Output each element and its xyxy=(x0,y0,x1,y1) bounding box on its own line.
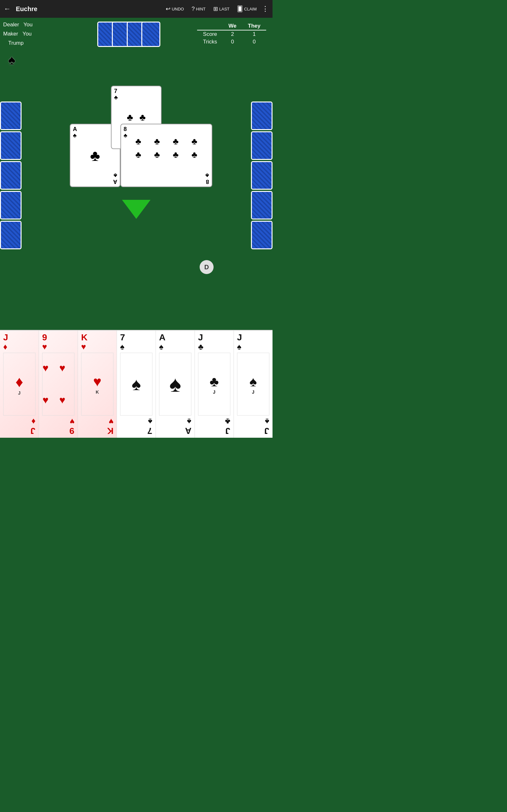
card-suit: ♠ xyxy=(159,343,164,351)
left-card-2 xyxy=(0,131,21,160)
hand-card-ace-spades[interactable]: A ♠ ♠ A ♠ xyxy=(156,331,195,438)
hand-card-nine-hearts[interactable]: 9 ♥ ♥ ♥ ♥ ♥ 9 ♥ xyxy=(39,331,78,438)
card-face: ♣ J xyxy=(198,353,230,415)
dealer-badge: D xyxy=(200,260,214,274)
card-rank-br: J xyxy=(225,426,230,435)
right-card-1 xyxy=(251,101,273,130)
game-info-left: Dealer You Maker You Trump ♠ xyxy=(3,20,33,71)
card-rank: 9 xyxy=(42,333,47,342)
we-header: We xyxy=(223,22,242,30)
they-score: 1 xyxy=(242,30,266,38)
card-suit: ♥ xyxy=(81,343,86,351)
card-rank: K xyxy=(81,333,88,342)
right-card-3 xyxy=(251,161,273,190)
dealer-value: You xyxy=(23,21,33,28)
score-table: We They Score 2 1 Tricks 0 0 xyxy=(197,22,266,46)
card-rank-br: 7 xyxy=(147,426,153,435)
deck-top xyxy=(103,21,170,47)
card-suit-br: ♥ xyxy=(109,417,113,426)
we-tricks: 0 xyxy=(223,38,242,46)
hand-card-jack-spades[interactable]: J ♠ ♠ J J ♠ xyxy=(234,331,273,438)
card-rank-tl: 8 xyxy=(124,126,127,133)
card-suit: ♥ xyxy=(42,343,47,351)
card-suit-br: ♦ xyxy=(32,417,36,426)
dealer-label: Dealer xyxy=(3,21,19,28)
card-suit: ♣ xyxy=(198,343,204,351)
player-hand: J ♦ ♦ J J ♦ 9 ♥ ♥ ♥ ♥ ♥ 9 ♥ K ♥ ♥ K K ♥ … xyxy=(0,330,273,438)
card-suit-br: ♣ xyxy=(205,172,209,178)
right-card-5 xyxy=(251,221,273,249)
we-score: 2 xyxy=(223,30,242,38)
top-bar: ← Euchre ↩ UNDO ? HINT ⊞ LAST 🂠 CLAIM ⋮ xyxy=(0,0,273,18)
tricks-label: Tricks xyxy=(197,38,223,46)
card-suit-br: ♣ xyxy=(225,417,230,426)
right-card-2 xyxy=(251,131,273,160)
more-button[interactable]: ⋮ xyxy=(262,5,269,13)
left-opponent-cards xyxy=(0,101,21,249)
played-card-8-clubs: 8 ♣ ♣♣♣♣ ♣♣♣♣ 8 ♣ xyxy=(120,124,212,187)
hand-card-seven-spades[interactable]: 7 ♠ ♠ 7 ♠ xyxy=(117,331,156,438)
back-button[interactable]: ← xyxy=(4,5,11,13)
last-icon: ⊞ xyxy=(213,5,218,12)
left-card-1 xyxy=(0,101,21,130)
deck-card xyxy=(141,21,160,47)
card-suit-br: ♠ xyxy=(187,417,191,426)
card-suit: ♦ xyxy=(3,343,7,351)
hand-card-jack-diamonds[interactable]: J ♦ ♦ J J ♦ xyxy=(0,331,39,438)
card-rank-tl: A xyxy=(73,126,77,133)
card-face: ♠ xyxy=(120,353,153,415)
card-center-suits: ♣♣ xyxy=(127,112,146,123)
score-label: Score xyxy=(197,30,223,38)
play-area: A ♣ ♣ A ♣ 7 ♣ ♣♣ 7 ♣ 8 ♣ ♣♣♣♣ ♣♣♣♣ xyxy=(60,86,212,197)
left-card-4 xyxy=(0,191,21,219)
card-rank-br: A xyxy=(185,426,191,435)
card-suit: ♠ xyxy=(120,343,124,351)
card-rank: J xyxy=(198,333,203,342)
card-suit-tl: ♣ xyxy=(73,133,77,139)
left-card-3 xyxy=(0,161,21,190)
card-suit-tl: ♣ xyxy=(114,95,118,101)
they-tricks: 0 xyxy=(242,38,266,46)
card-suit-grid: ♣♣♣♣ ♣♣♣♣ xyxy=(130,136,202,160)
card-suit-br: ♣ xyxy=(113,172,117,178)
maker-value: You xyxy=(22,31,32,37)
they-header: They xyxy=(242,22,266,30)
card-rank-br: J xyxy=(264,426,269,435)
card-suit-br: ♥ xyxy=(70,417,74,426)
card-rank-br: J xyxy=(31,426,36,435)
hint-button[interactable]: ? HINT xyxy=(189,4,208,14)
card-rank-tl: 7 xyxy=(114,88,118,95)
undo-button[interactable]: ↩ UNDO xyxy=(163,4,186,14)
maker-label: Maker xyxy=(3,31,18,37)
card-suit-tl: ♣ xyxy=(124,133,127,139)
card-rank: 7 xyxy=(120,333,125,342)
card-rank-br: A xyxy=(113,178,117,185)
right-card-4 xyxy=(251,191,273,219)
trump-suit-icon: ♠ xyxy=(8,49,33,71)
card-center-suit: ♣ xyxy=(90,147,100,164)
left-card-5 xyxy=(0,221,21,249)
card-rank-br: K xyxy=(107,426,113,435)
card-suit-br: ♠ xyxy=(265,417,269,426)
app-title: Euchre xyxy=(16,5,161,13)
undo-icon: ↩ xyxy=(166,5,170,12)
claim-button[interactable]: 🂠 CLAIM xyxy=(234,4,259,14)
card-face: ♠ J xyxy=(237,353,269,415)
hand-card-jack-clubs[interactable]: J ♣ ♣ J J ♣ xyxy=(195,331,234,438)
card-rank-br: 8 xyxy=(205,178,209,185)
card-rank-br: 9 xyxy=(69,426,74,435)
hand-card-king-hearts[interactable]: K ♥ ♥ K K ♥ xyxy=(78,331,117,438)
card-face: ♥ ♥ ♥ ♥ xyxy=(42,353,74,415)
card-rank: A xyxy=(159,333,165,342)
last-button[interactable]: ⊞ LAST xyxy=(211,4,232,14)
down-arrow-indicator xyxy=(122,200,151,219)
trump-label: Trump xyxy=(8,40,24,46)
card-suit-br: ♠ xyxy=(148,417,153,426)
right-opponent-cards xyxy=(251,101,273,249)
card-face: ♥ K xyxy=(81,353,113,415)
claim-icon: 🂠 xyxy=(237,5,243,12)
hint-icon: ? xyxy=(191,6,194,12)
card-rank: J xyxy=(237,333,242,342)
card-face: ♠ xyxy=(159,353,191,415)
card-rank: J xyxy=(3,333,8,342)
